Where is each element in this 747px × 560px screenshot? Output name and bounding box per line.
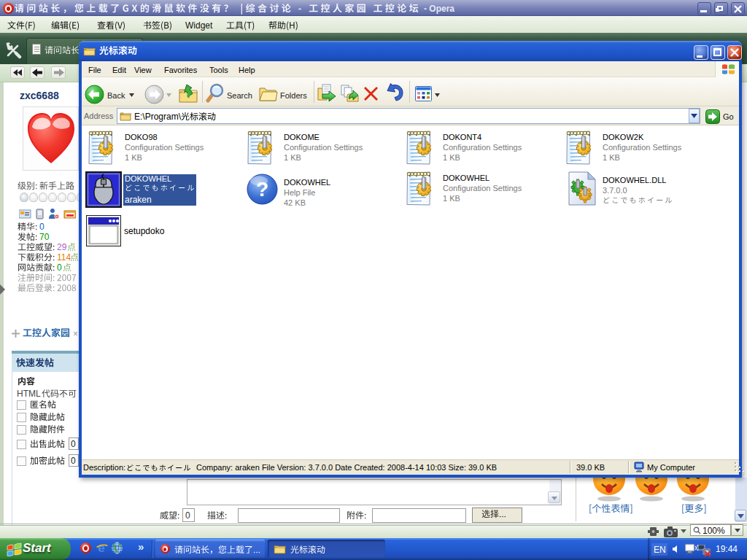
svg-text:?: ?: [256, 178, 268, 201]
svg-text:e: e: [98, 541, 104, 554]
